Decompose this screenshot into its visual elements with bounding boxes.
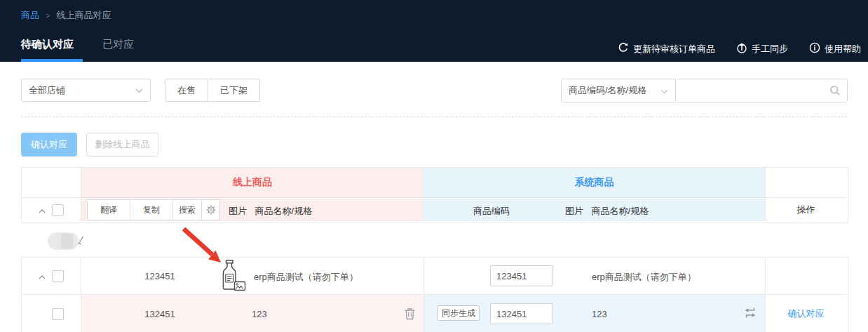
help-label: 使用帮助	[825, 43, 861, 55]
select-all-checkbox[interactable]	[52, 204, 64, 216]
on-sale-button[interactable]: 在售	[165, 79, 208, 102]
swap-arrows-icon[interactable]	[743, 306, 757, 322]
search-type-select[interactable]: 商品编码/名称/规格	[561, 79, 676, 102]
app-header: 商品>线上商品对应 待确认对应 已对应 更新待审核订单商品	[0, 0, 868, 62]
online-product-name: erp商品测试（请勿下单）	[254, 271, 358, 284]
row1-system-cell: erp商品测试（请勿下单）	[423, 258, 765, 295]
sync-generated-tag[interactable]: 同步生成	[438, 305, 480, 321]
shop-name-blur-block	[61, 234, 73, 248]
header-actions: 更新待审核订单商品 手工同步	[618, 42, 861, 55]
chevron-down-icon	[135, 85, 143, 95]
col-system-code: 商品编码	[455, 205, 528, 218]
shop-name-partial-glyph	[78, 235, 84, 248]
row-collapse-caret-icon[interactable]	[39, 270, 46, 282]
search-group: 商品编码/名称/规格	[561, 79, 848, 102]
update-pending-orders-button[interactable]: 更新待审核订单商品	[618, 42, 715, 55]
shop-select[interactable]: 全部店铺	[21, 79, 151, 102]
table-header: 线上商品 系统商品 翻译 复制 搜索	[21, 167, 848, 223]
confirm-match-link[interactable]: 确认对应	[788, 307, 825, 320]
translate-button[interactable]: 翻译	[87, 199, 130, 220]
online-product-name: 123	[252, 309, 267, 319]
tab-pending-match[interactable]: 待确认对应	[21, 38, 74, 51]
search-type-value: 商品编码/名称/规格	[569, 84, 646, 97]
shop-name-blurred	[48, 232, 79, 250]
row1-online-cell: 123451 erp商品测试（请勿下单）	[81, 258, 423, 295]
chevron-down-icon	[660, 86, 668, 96]
breadcrumb-separator: >	[46, 11, 50, 20]
help-button[interactable]: 使用帮助	[809, 42, 861, 55]
status-filter-group: 在售 已下架	[165, 79, 260, 102]
collapse-all-caret-icon[interactable]	[39, 204, 46, 216]
row1-operation-cell	[765, 258, 846, 295]
row-checkbox[interactable]	[52, 308, 64, 320]
delete-online-product-button[interactable]: 删除线上商品	[86, 133, 158, 157]
online-product-code: 132451	[125, 309, 195, 319]
shop-select-value: 全部店铺	[29, 84, 65, 97]
manual-sync-icon	[736, 42, 747, 55]
system-product-name: 123	[592, 309, 607, 319]
row-checkbox[interactable]	[52, 270, 64, 282]
update-pending-orders-label: 更新待审核订单商品	[633, 43, 715, 55]
header-system-cell: 商品编码 图片 商品名称/规格	[423, 199, 765, 221]
group-header-system-label: 系统商品	[575, 176, 614, 189]
row2-select-cell	[22, 295, 81, 332]
group-cell-select	[22, 168, 81, 198]
copy-button[interactable]: 复制	[130, 199, 173, 220]
group-header-online-label: 线上商品	[233, 176, 272, 189]
system-code-input[interactable]	[490, 265, 553, 286]
header-select-cell	[22, 199, 81, 221]
col-system-image-name: 图片 商品名称/规格	[565, 205, 649, 218]
table-body: 123451 erp商品测试（请勿下单）	[21, 257, 848, 332]
help-icon	[809, 42, 820, 55]
off-shelf-button[interactable]: 已下架	[208, 79, 260, 102]
search-input[interactable]	[676, 79, 848, 102]
online-product-code: 123451	[125, 271, 195, 281]
group-cell-operation	[765, 168, 846, 198]
refresh-icon	[618, 42, 629, 55]
search-icon[interactable]	[829, 85, 841, 99]
row2-operation-cell: 确认对应	[765, 295, 846, 332]
confirm-match-button[interactable]: 确认对应	[21, 133, 77, 157]
active-tab-underline	[21, 59, 83, 62]
tab-matched[interactable]: 已对应	[102, 38, 134, 51]
row1-select-cell	[22, 258, 81, 295]
page: 商品>线上商品对应 待确认对应 已对应 更新待审核订单商品	[0, 0, 868, 332]
breadcrumb-root[interactable]: 商品	[21, 10, 39, 20]
trash-icon[interactable]	[404, 307, 416, 323]
dashed-divider	[21, 117, 847, 117]
search-button[interactable]: 搜索	[172, 199, 202, 220]
system-product-name: erp商品测试（请勿下单）	[592, 271, 696, 284]
col-online-image-name: 图片 商品名称/规格	[229, 205, 312, 218]
manual-sync-label: 手工同步	[752, 43, 788, 55]
group-header-system: 系统商品	[423, 168, 765, 198]
header-online-cell: 翻译 复制 搜索 图片 商品名称/规格	[81, 199, 423, 221]
system-code-input[interactable]	[490, 303, 553, 324]
product-image-bottle-icon[interactable]	[219, 260, 246, 295]
manual-sync-button[interactable]: 手工同步	[736, 42, 788, 55]
col-operation: 操作	[765, 199, 846, 221]
online-toolbar: 翻译 复制 搜索	[88, 199, 220, 220]
row2-system-cell: 同步生成 123	[423, 295, 765, 332]
breadcrumb-current: 线上商品对应	[56, 10, 111, 20]
row2-online-cell: 132451 123	[81, 295, 423, 332]
breadcrumb: 商品>线上商品对应	[21, 9, 111, 22]
gear-icon[interactable]	[201, 199, 220, 220]
group-header-online: 线上商品	[81, 168, 423, 198]
